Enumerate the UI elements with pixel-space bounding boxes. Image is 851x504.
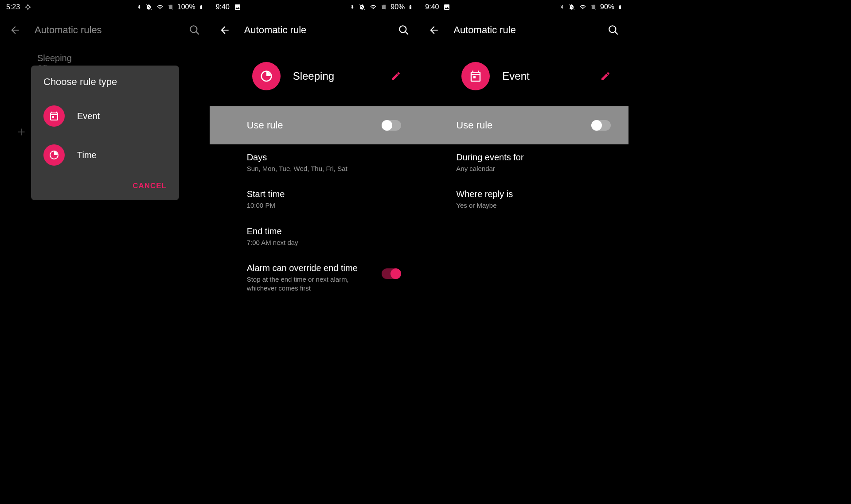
battery-icon: [618, 4, 622, 11]
setting-title: End time: [247, 226, 402, 236]
page-title: Automatic rule: [453, 24, 594, 36]
use-rule-toggle[interactable]: [382, 120, 401, 131]
time-icon: [252, 62, 281, 90]
use-rule-toggle[interactable]: [591, 120, 611, 131]
screen-rule-sleeping: 9:40 90% Automatic rule Sleeping Use: [210, 0, 419, 360]
setting-days[interactable]: Days Sun, Mon, Tue, Wed, Thu, Fri, Sat: [210, 144, 419, 181]
choose-rule-dialog: Choose rule type Event Time CANCEL: [31, 66, 179, 200]
rule-name: Sleeping: [293, 70, 379, 82]
back-button[interactable]: [6, 21, 24, 39]
page-title: Automatic rules: [35, 24, 175, 36]
setting-start-time[interactable]: Start time 10:00 PM: [210, 181, 419, 218]
use-rule-row[interactable]: Use rule: [419, 106, 628, 144]
screenshot-icon: [443, 4, 450, 11]
app-bar: Automatic rule: [419, 14, 628, 46]
battery-percent: 100%: [177, 3, 195, 11]
screen-rule-event: 9:40 90% Automatic rule Event Use ru: [419, 0, 628, 360]
bluetooth-icon: [350, 4, 355, 11]
battery-percent: 90%: [600, 3, 614, 11]
calendar-icon: [43, 105, 65, 127]
screen-automatic-rules: 5:23 100% Automatic rules Sleeping Off: [0, 0, 210, 360]
back-button[interactable]: [216, 21, 234, 39]
back-button[interactable]: [425, 21, 443, 39]
battery-icon: [199, 4, 203, 11]
setting-title: Alarm can override end time: [247, 263, 382, 273]
setting-sub: Yes or Maybe: [456, 201, 589, 210]
no-sim-icon: [381, 4, 387, 11]
option-label: Event: [77, 111, 100, 121]
svg-point-4: [609, 26, 616, 32]
status-bar: 9:40 90%: [210, 0, 419, 14]
dialog-title: Choose rule type: [31, 76, 179, 97]
add-rule-button[interactable]: [14, 125, 28, 139]
alarm-override-toggle[interactable]: [382, 268, 401, 279]
setting-end-time[interactable]: End time 7:00 AM next day: [210, 218, 419, 255]
svg-point-0: [190, 26, 197, 32]
app-bar: Automatic rules: [0, 14, 210, 46]
setting-title: Days: [247, 152, 402, 163]
search-button[interactable]: [395, 21, 413, 39]
photos-icon: [24, 4, 31, 11]
app-bar: Automatic rule: [210, 14, 419, 46]
battery-percent: 90%: [390, 3, 405, 11]
option-label: Time: [77, 150, 97, 160]
bluetooth-icon: [137, 4, 142, 11]
search-button[interactable]: [605, 21, 622, 39]
no-sim-icon: [168, 4, 174, 11]
setting-alarm-override[interactable]: Alarm can override end time Stop at the …: [210, 255, 419, 301]
status-time: 9:40: [425, 3, 439, 11]
setting-during-events[interactable]: During events for Any calendar: [419, 144, 628, 181]
rule-title: Sleeping: [37, 53, 172, 63]
status-time: 5:23: [6, 3, 20, 11]
edit-button[interactable]: [390, 71, 401, 81]
setting-sub: 7:00 AM next day: [247, 238, 380, 247]
wifi-icon: [156, 4, 164, 10]
use-rule-row[interactable]: Use rule: [210, 106, 419, 144]
setting-sub: Sun, Mon, Tue, Wed, Thu, Fri, Sat: [247, 164, 380, 173]
page-title: Automatic rule: [244, 24, 385, 36]
rule-header: Sleeping: [210, 46, 419, 106]
wifi-icon: [369, 4, 377, 10]
setting-sub: Any calendar: [456, 164, 589, 173]
use-rule-label: Use rule: [247, 120, 382, 131]
dialog-option-time[interactable]: Time: [31, 136, 179, 174]
dialog-option-event[interactable]: Event: [31, 97, 179, 136]
setting-sub: 10:00 PM: [247, 201, 380, 210]
status-time: 9:40: [216, 3, 230, 11]
no-sim-icon: [590, 4, 597, 11]
rule-name: Event: [502, 70, 588, 82]
status-bar: 5:23 100%: [0, 0, 210, 14]
battery-icon: [408, 4, 413, 11]
status-bar: 9:40 90%: [419, 0, 628, 14]
bluetooth-icon: [559, 4, 565, 11]
notification-off-icon: [359, 4, 366, 11]
setting-title: Where reply is: [456, 189, 611, 199]
search-button[interactable]: [186, 21, 203, 39]
cancel-button[interactable]: CANCEL: [133, 182, 167, 190]
setting-title: Start time: [247, 189, 402, 199]
calendar-icon: [461, 62, 490, 90]
setting-title: During events for: [456, 152, 611, 163]
edit-button[interactable]: [600, 71, 611, 81]
screenshot-icon: [234, 4, 241, 11]
use-rule-label: Use rule: [456, 120, 591, 131]
setting-where-reply[interactable]: Where reply is Yes or Maybe: [419, 181, 628, 218]
rule-header: Event: [419, 46, 628, 106]
time-icon: [43, 144, 65, 166]
wifi-icon: [579, 4, 587, 10]
notification-off-icon: [568, 4, 575, 11]
setting-sub: Stop at the end time or next alarm, whic…: [247, 275, 380, 293]
svg-point-2: [400, 26, 406, 32]
notification-off-icon: [145, 4, 152, 11]
